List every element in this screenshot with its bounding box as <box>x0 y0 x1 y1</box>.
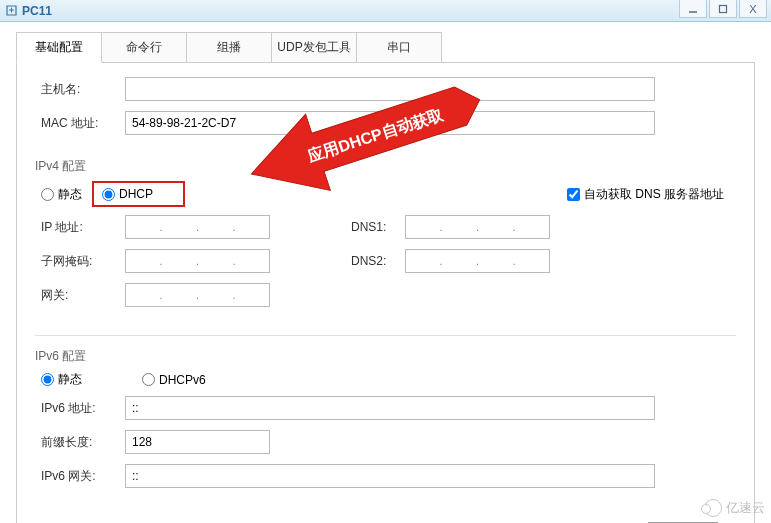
auto-dns-checkbox-input[interactable] <box>567 188 580 201</box>
tab-multicast[interactable]: 组播 <box>186 32 272 62</box>
gw-label: 网关: <box>35 287 125 304</box>
ipv4-static-label: 静态 <box>58 186 82 203</box>
ipv6-gw-label: IPv6 网关: <box>35 468 125 485</box>
auto-dns-label: 自动获取 DNS 服务器地址 <box>584 186 724 203</box>
ipv6-dhcpv6-radio[interactable]: DHCPv6 <box>142 373 206 387</box>
ipv6-section: IPv6 配置 静态 DHCPv6 IPv6 地址: 前缀长度: IPv6 网关… <box>35 335 736 508</box>
close-button[interactable]: X <box>739 0 767 18</box>
minimize-button[interactable] <box>679 0 707 18</box>
ipv6-addr-label: IPv6 地址: <box>35 400 125 417</box>
ipv4-fields: IP 地址: ... 子网掩码: ... 网关: ... DNS1: ... D… <box>35 215 724 317</box>
ipv6-dhcpv6-label: DHCPv6 <box>159 373 206 387</box>
host-label: 主机名: <box>35 81 125 98</box>
mask-input[interactable]: ... <box>125 249 270 273</box>
ip-input[interactable]: ... <box>125 215 270 239</box>
mask-label: 子网掩码: <box>35 253 125 270</box>
ipv4-static-radio[interactable]: 静态 <box>41 186 82 203</box>
watermark-icon <box>704 499 722 517</box>
tab-cmd[interactable]: 命令行 <box>101 32 187 62</box>
mac-label: MAC 地址: <box>35 115 125 132</box>
watermark-text: 亿速云 <box>726 499 765 517</box>
tab-serial[interactable]: 串口 <box>356 32 442 62</box>
config-panel: 主机名: MAC 地址: IPv4 配置 静态 DHCP <box>16 63 755 523</box>
dns2-label: DNS2: <box>345 254 405 268</box>
ipv6-gw-input[interactable] <box>125 464 655 488</box>
apply-row: 应用 <box>35 516 736 523</box>
ipv4-title: IPv4 配置 <box>35 158 724 175</box>
maximize-button[interactable] <box>709 0 737 18</box>
window-controls: X <box>679 0 767 18</box>
ipv4-section: IPv4 配置 静态 DHCP 自动获取 DNS 服务器地址 <box>35 145 736 327</box>
svg-rect-1 <box>720 5 727 12</box>
app-icon <box>4 4 18 18</box>
title-bar: PC11 X <box>0 0 771 22</box>
ipv6-addr-input[interactable] <box>125 396 655 420</box>
dns1-input[interactable]: ... <box>405 215 550 239</box>
tab-basic[interactable]: 基础配置 <box>16 32 102 63</box>
ipv6-title: IPv6 配置 <box>35 348 724 365</box>
ipv6-mode-row: 静态 DHCPv6 <box>35 371 724 388</box>
ipv4-dhcp-label: DHCP <box>119 187 153 201</box>
ipv6-dhcpv6-radio-input[interactable] <box>142 373 155 386</box>
watermark: 亿速云 <box>704 499 765 517</box>
tab-udp[interactable]: UDP发包工具 <box>271 32 357 62</box>
ipv4-mode-row: 静态 DHCP 自动获取 DNS 服务器地址 <box>35 181 724 207</box>
dhcp-highlight-box: DHCP <box>92 181 185 207</box>
dns1-label: DNS1: <box>345 220 405 234</box>
content-area: 基础配置 命令行 组播 UDP发包工具 串口 主机名: MAC 地址: IPv4… <box>0 22 771 523</box>
ipv4-static-radio-input[interactable] <box>41 188 54 201</box>
gw-input[interactable]: ... <box>125 283 270 307</box>
mac-input[interactable] <box>125 111 655 135</box>
ipv6-prefix-input[interactable] <box>125 430 270 454</box>
window-title: PC11 <box>22 4 52 18</box>
ipv6-static-radio[interactable]: 静态 <box>41 371 82 388</box>
tab-bar: 基础配置 命令行 组播 UDP发包工具 串口 <box>16 32 755 63</box>
dns2-input[interactable]: ... <box>405 249 550 273</box>
ip-label: IP 地址: <box>35 219 125 236</box>
ipv4-dhcp-radio[interactable]: DHCP <box>102 187 153 201</box>
ipv6-prefix-label: 前缀长度: <box>35 434 125 451</box>
ipv6-static-label: 静态 <box>58 371 82 388</box>
ipv6-static-radio-input[interactable] <box>41 373 54 386</box>
auto-dns-checkbox[interactable]: 自动获取 DNS 服务器地址 <box>567 186 724 203</box>
mac-row: MAC 地址: <box>35 111 736 135</box>
ipv4-dhcp-radio-input[interactable] <box>102 188 115 201</box>
host-row: 主机名: <box>35 77 736 101</box>
host-input[interactable] <box>125 77 655 101</box>
